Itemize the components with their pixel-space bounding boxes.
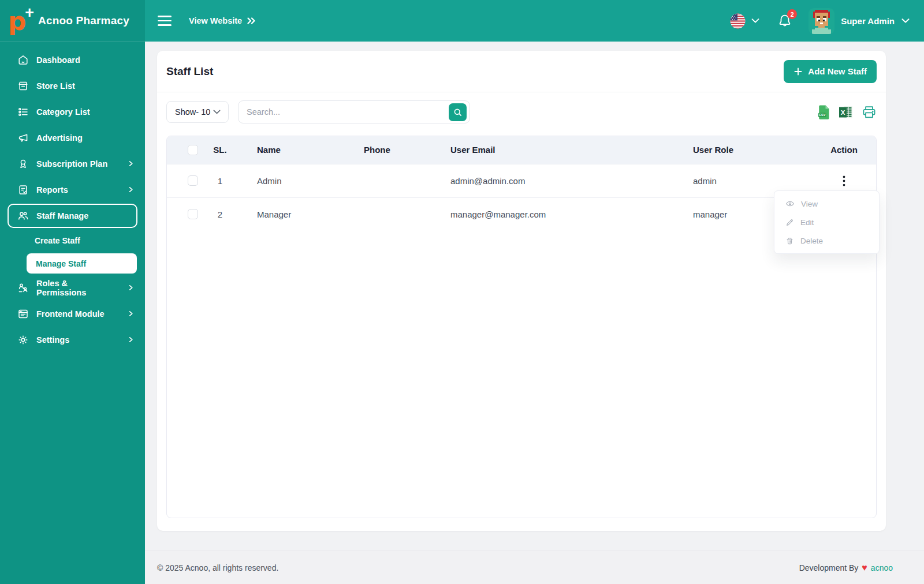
search-button[interactable] <box>449 103 467 121</box>
sidebar-item-frontend-module[interactable]: Frontend Module <box>0 301 145 327</box>
double-chevron-right-icon <box>247 17 256 25</box>
cell-phone <box>350 164 437 197</box>
chevron-right-icon <box>127 284 135 291</box>
cell-email: manager@manager.com <box>437 197 679 231</box>
action-view[interactable]: View <box>774 194 879 213</box>
sidebar-subitem-manage-staff[interactable]: Manage Staff <box>27 253 137 274</box>
print-icon[interactable] <box>862 105 877 119</box>
add-new-staff-button[interactable]: Add New Staff <box>784 60 877 83</box>
plus-icon <box>793 67 803 76</box>
cell-email: admin@admin.com <box>437 164 679 197</box>
staff-users-icon <box>17 210 29 222</box>
action-delete[interactable]: Delete <box>774 231 879 250</box>
search-box <box>238 100 470 123</box>
topbar: View Website 2 <box>145 0 924 42</box>
table-row: 1 Admin admin@admin.com admin <box>167 164 876 197</box>
cell-name: Admin <box>243 164 350 197</box>
sidebar-subitem-create-staff[interactable]: Create Staff <box>0 229 145 252</box>
trash-icon <box>785 237 794 245</box>
category-list-icon <box>17 106 29 118</box>
col-header-name: Name <box>243 136 350 164</box>
sidebar-item-reports[interactable]: Reports <box>0 177 145 203</box>
sidebar-item-store-list[interactable]: Store List <box>0 73 145 99</box>
search-icon <box>453 107 463 117</box>
pencil-icon <box>785 218 794 227</box>
row-actions-dropdown: View Edit Delete <box>774 190 880 254</box>
search-input[interactable] <box>247 107 449 117</box>
table-controls: Show- 10 CSV <box>157 92 886 123</box>
notifications-button[interactable]: 2 <box>777 13 792 28</box>
chevron-right-icon <box>127 310 135 317</box>
user-name: Super Admin <box>841 16 895 26</box>
store-icon <box>17 80 29 92</box>
eye-icon <box>785 199 795 208</box>
heart-icon: ♥ <box>862 563 867 572</box>
cell-sl: 1 <box>197 164 243 197</box>
sidebar-item-subscription-plan[interactable]: Subscription Plan <box>0 151 145 177</box>
staff-table: SL. Name Phone User Email User Role Acti… <box>166 136 877 518</box>
card-header: Staff List Add New Staff <box>157 51 886 92</box>
sidebar-item-category-list[interactable]: Category List <box>0 99 145 125</box>
staff-list-card: Staff List Add New Staff Show- 10 <box>157 51 886 531</box>
user-menu[interactable]: Super Admin <box>808 8 910 34</box>
brand-name: Acnoo Pharmacy <box>38 14 129 27</box>
footer: © 2025 Acnoo, all rights reserved. Devel… <box>145 551 924 584</box>
col-header-email: User Email <box>437 136 679 164</box>
brand: p + Acnoo Pharmacy <box>0 0 145 42</box>
browser-window-icon <box>17 308 29 320</box>
svg-text:X: X <box>841 109 845 116</box>
sidebar-nav: Dashboard Store List Category List Adver… <box>0 42 145 584</box>
col-header-role: User Role <box>679 136 812 164</box>
medal-icon <box>17 158 29 170</box>
sidebar: p + Acnoo Pharmacy Dashboard Store List … <box>0 0 145 584</box>
sidebar-item-advertising[interactable]: Advertising <box>0 125 145 151</box>
page-title: Staff List <box>166 65 213 78</box>
sidebar-item-dashboard[interactable]: Dashboard <box>0 47 145 73</box>
export-csv-icon[interactable]: CSV <box>818 104 830 120</box>
cell-name: Manager <box>243 197 350 231</box>
row-actions-kebab-icon[interactable] <box>838 173 850 189</box>
chevron-down-icon <box>901 18 910 24</box>
notification-badge: 2 <box>787 9 797 19</box>
col-header-action: Action <box>812 136 876 164</box>
content-area: Staff List Add New Staff Show- 10 <box>145 42 924 551</box>
cell-phone <box>350 197 437 231</box>
copyright-text: © 2025 Acnoo, all rights reserved. <box>157 563 278 572</box>
report-icon <box>17 184 29 196</box>
gear-icon <box>17 334 29 346</box>
svg-text:CSV: CSV <box>819 113 826 117</box>
export-excel-icon[interactable]: X <box>839 106 853 119</box>
chevron-right-icon <box>127 186 135 193</box>
topbar-right: 2 Super Admin <box>730 8 910 34</box>
roles-permissions-icon <box>17 282 29 294</box>
view-website-link[interactable]: View Website <box>189 16 256 25</box>
sidebar-item-roles-permissions[interactable]: Roles & Permissions <box>0 275 145 301</box>
hamburger-menu-icon[interactable] <box>157 13 173 28</box>
us-flag-icon <box>730 13 746 29</box>
footer-credit: Development By ♥ acnoo <box>799 563 893 572</box>
avatar <box>808 8 834 34</box>
brand-logo-icon: p + <box>8 6 32 35</box>
table-row: 2 Manager manager@manager.com manager <box>167 197 876 231</box>
cell-sl: 2 <box>197 197 243 231</box>
language-selector[interactable] <box>730 13 760 29</box>
table-header-row: SL. Name Phone User Email User Role Acti… <box>167 136 876 164</box>
show-entries-select[interactable]: Show- 10 <box>166 101 229 123</box>
chevron-right-icon <box>127 336 135 343</box>
export-buttons: CSV X <box>818 104 877 120</box>
action-edit[interactable]: Edit <box>774 213 879 231</box>
megaphone-icon <box>17 132 29 144</box>
dashboard-icon <box>17 54 29 66</box>
chevron-down-icon <box>751 18 760 24</box>
col-header-phone: Phone <box>350 136 437 164</box>
sidebar-item-settings[interactable]: Settings <box>0 327 145 353</box>
developer-link[interactable]: acnoo <box>871 563 893 572</box>
chevron-right-icon <box>127 160 135 167</box>
col-header-sl: SL. <box>197 136 243 164</box>
sidebar-item-staff-manage[interactable]: Staff Manage <box>8 204 137 228</box>
chevron-down-icon <box>213 109 221 115</box>
